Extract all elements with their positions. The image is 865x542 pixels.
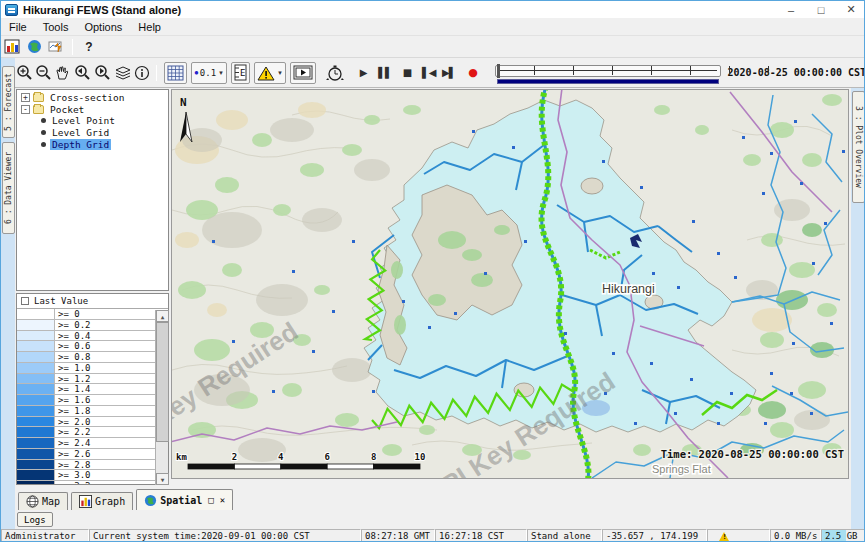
legend-row: >= 3.2 xyxy=(17,481,168,484)
zoom-out-button[interactable] xyxy=(35,63,52,83)
scrollbar-thumb[interactable] xyxy=(156,322,169,442)
map-viewport[interactable]: API Key Required API Key Required Hikura… xyxy=(171,89,849,479)
zoom-in-button[interactable] xyxy=(16,63,33,83)
zoom-next-button[interactable] xyxy=(93,63,112,83)
tab-plot-overview[interactable]: 3 : Plot Overview xyxy=(852,91,865,203)
legend-swatch xyxy=(17,406,55,416)
left-tab-strip: 5 : Forecast 6 : Data Viewer xyxy=(1,58,15,529)
tree-expander-icon[interactable]: - xyxy=(21,105,30,114)
legend-label: >= 1.8 xyxy=(55,406,168,416)
legend-swatch xyxy=(17,438,55,448)
movie-player-button[interactable] xyxy=(290,62,316,84)
legend-row: >= 2.0 xyxy=(17,417,168,428)
title-bar: Hikurangi FEWS (Stand alone) – □ ✕ xyxy=(1,1,865,18)
chevron-down-icon: ▼ xyxy=(277,70,283,76)
legend-label: >= 2.0 xyxy=(55,417,168,427)
last-value-checkbox[interactable] xyxy=(21,297,29,305)
time-slider-tick xyxy=(768,66,769,75)
globe-display-button[interactable] xyxy=(24,37,44,57)
zoom-previous-button[interactable] xyxy=(72,63,91,83)
tree-item-label: Cross-section xyxy=(48,92,126,103)
bar-chart-icon xyxy=(79,495,92,508)
record-button[interactable]: ● xyxy=(465,63,481,83)
tab-map[interactable]: Map xyxy=(18,492,68,510)
minimize-button[interactable]: – xyxy=(776,1,806,18)
graph-export-button[interactable] xyxy=(46,37,66,57)
legend-row: >= 2.2 xyxy=(17,427,168,438)
tree-item-pocket[interactable]: -Pocket xyxy=(17,104,168,116)
legend-scrollbar[interactable]: ▲ ▼ xyxy=(155,310,168,485)
time-slider-handle[interactable] xyxy=(497,64,500,78)
status-cell-2: 08:27:18 GMT xyxy=(361,529,435,542)
svg-text:2: 2 xyxy=(232,452,237,462)
menu-item-file[interactable]: File xyxy=(1,19,35,35)
warning-icon[interactable] xyxy=(719,532,729,541)
legend-label: >= 1.4 xyxy=(55,384,168,394)
tab-data-viewer[interactable]: 6 : Data Viewer xyxy=(2,142,15,234)
tree-expander-icon[interactable]: + xyxy=(21,93,30,102)
time-slider-axis xyxy=(499,70,717,71)
menu-item-options[interactable]: Options xyxy=(76,19,130,35)
menu-item-tools[interactable]: Tools xyxy=(35,19,77,35)
toolbar-separator xyxy=(72,39,73,55)
tab-graph[interactable]: Graph xyxy=(71,492,133,510)
thresholds-warning-dropdown[interactable]: ▼ xyxy=(254,62,286,84)
scroll-down-icon[interactable]: ▼ xyxy=(156,473,169,485)
leaf-bullet-icon xyxy=(41,142,46,147)
interval-dropdown[interactable]: ● 0.1 ▼ xyxy=(191,62,227,84)
help-button[interactable]: ? xyxy=(79,37,99,57)
dot-icon: ● xyxy=(194,68,199,77)
status-cell-5: -35.657 , 174.199 xyxy=(602,529,707,542)
legend-label: >= 1.2 xyxy=(55,374,168,384)
close-button[interactable]: ✕ xyxy=(836,1,865,18)
status-cell-1: Current system time:2020-09-01 00:00 CST xyxy=(89,529,361,542)
tree-item-cross-section[interactable]: +Cross-section xyxy=(17,92,168,104)
tab-spatial[interactable]: Spatial □ ✕ xyxy=(136,489,233,510)
wire-globe-icon xyxy=(26,495,39,508)
layers-button[interactable] xyxy=(114,63,132,83)
time-slider-groove[interactable] xyxy=(495,65,721,77)
legend-row: >= 0.2 xyxy=(17,320,168,331)
logs-button[interactable]: Logs xyxy=(17,512,53,527)
menu-bar: FileToolsOptionsHelp xyxy=(1,18,865,36)
tab-close-icon[interactable]: ✕ xyxy=(220,495,225,505)
stop-button[interactable]: ■ xyxy=(399,63,415,83)
svg-text:8: 8 xyxy=(371,452,376,462)
chevron-down-icon: ▼ xyxy=(218,70,224,76)
legend-row: >= 1.0 xyxy=(17,363,168,374)
tree-item-depth-grid[interactable]: Depth Grid xyxy=(17,138,168,150)
map-time-label: Time: 2020-08-25 00:00:00 CST xyxy=(661,448,844,460)
play-button[interactable]: ▶ xyxy=(355,63,371,83)
legend-swatch xyxy=(17,395,55,405)
legend-swatch xyxy=(17,341,55,351)
legend-swatch xyxy=(17,417,55,427)
legend-swatch xyxy=(17,363,55,373)
scale-unit: km xyxy=(176,452,187,462)
grid-display-button[interactable] xyxy=(164,62,187,84)
menu-item-help[interactable]: Help xyxy=(130,19,169,35)
bar-chart-display-button[interactable] xyxy=(2,37,22,57)
pause-button[interactable]: ▌▌ xyxy=(377,63,393,83)
go-to-start-button[interactable]: ▌◀ xyxy=(421,63,437,83)
legend-label: >= 0.4 xyxy=(55,331,168,341)
tab-maximize-icon[interactable]: □ xyxy=(208,495,213,505)
animation-timer-button[interactable] xyxy=(326,63,344,83)
place-label: Springs Flat xyxy=(652,463,711,475)
north-label: N xyxy=(180,96,187,109)
info-button[interactable] xyxy=(134,63,150,83)
tab-forecast[interactable]: 5 : Forecast xyxy=(2,66,15,138)
interval-value: 0.1 xyxy=(200,68,216,78)
tree-item-label: Pocket xyxy=(48,104,86,115)
time-slider[interactable] xyxy=(495,61,721,85)
tree-item-level-grid[interactable]: Level Grid xyxy=(17,127,168,139)
tab-map-label: Map xyxy=(42,496,60,507)
tree-item-level-point[interactable]: Level Point xyxy=(17,115,168,127)
legend-row: >= 1.2 xyxy=(17,374,168,385)
scroll-up-icon[interactable]: ▲ xyxy=(156,310,169,322)
ruler-classification-button[interactable]: E xyxy=(231,62,250,84)
go-to-end-button[interactable]: ▶▌ xyxy=(441,63,457,83)
pan-hand-button[interactable] xyxy=(54,63,70,83)
town-label: Hikurangi xyxy=(602,282,655,296)
maximize-button[interactable]: □ xyxy=(806,1,836,18)
folder-icon xyxy=(33,93,44,102)
